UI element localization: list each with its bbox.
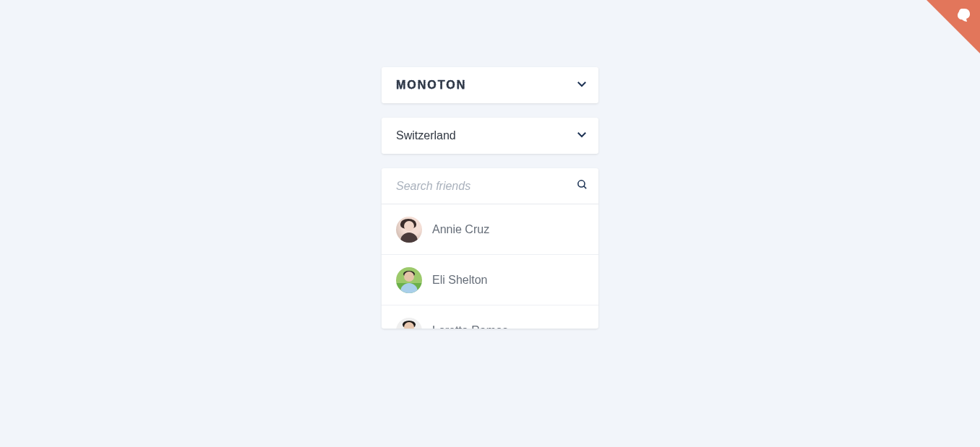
ghost-icon	[955, 7, 974, 27]
avatar	[396, 217, 422, 243]
friend-item[interactable]: Eli Shelton	[382, 255, 598, 305]
avatar	[396, 318, 422, 329]
friend-name: Loretta Ramos	[432, 324, 508, 329]
font-dropdown[interactable]: Monoton	[382, 67, 598, 103]
avatar	[396, 267, 422, 293]
search-icon[interactable]	[576, 178, 588, 194]
friends-panel: Annie Cruz Eli Shelton Loretta Ramos	[382, 168, 598, 329]
chevron-down-icon	[575, 128, 588, 144]
corner-ribbon[interactable]	[927, 0, 980, 53]
country-dropdown-label: Switzerland	[396, 129, 456, 142]
svg-point-0	[578, 181, 585, 187]
country-dropdown[interactable]: Switzerland	[382, 118, 598, 154]
font-dropdown-label: Monoton	[396, 79, 466, 92]
friends-list[interactable]: Annie Cruz Eli Shelton Loretta Ramos	[382, 204, 598, 329]
search-row	[382, 168, 598, 204]
friend-item[interactable]: Loretta Ramos	[382, 305, 598, 329]
chevron-down-icon	[575, 77, 588, 93]
friend-name: Annie Cruz	[432, 223, 489, 236]
svg-line-1	[584, 186, 586, 188]
search-input[interactable]	[396, 180, 576, 193]
friend-name: Eli Shelton	[432, 274, 488, 287]
friend-item[interactable]: Annie Cruz	[382, 204, 598, 255]
